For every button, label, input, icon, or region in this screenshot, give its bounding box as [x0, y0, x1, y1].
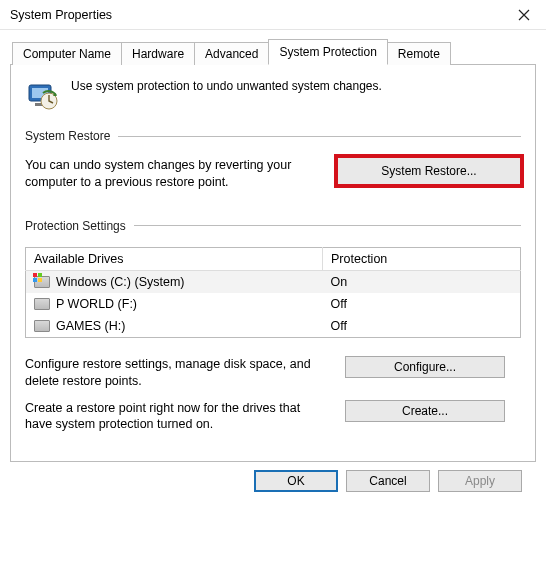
drive-name: Windows (C:) (System) [26, 270, 323, 293]
cancel-button[interactable]: Cancel [346, 470, 430, 492]
drive-status: Off [323, 293, 521, 315]
drive-name: GAMES (H:) [26, 315, 323, 338]
divider [118, 136, 521, 137]
tab-panel: Use system protection to undo unwanted s… [10, 65, 536, 462]
drive-icon [34, 320, 50, 332]
drive-status: On [323, 270, 521, 293]
create-description: Create a restore point right now for the… [25, 400, 325, 434]
configure-button[interactable]: Configure... [345, 356, 505, 378]
section-protection-settings: Protection Settings [25, 219, 126, 233]
divider [134, 225, 521, 226]
system-restore-description: You can undo system changes by reverting… [25, 157, 317, 191]
drive-icon [34, 298, 50, 310]
configure-description: Configure restore settings, manage disk … [25, 356, 325, 390]
tab-strip: Computer Name Hardware Advanced System P… [10, 38, 536, 65]
system-protection-icon [25, 79, 59, 113]
ok-button[interactable]: OK [254, 470, 338, 492]
tab-computer-name[interactable]: Computer Name [12, 42, 122, 65]
drive-name: P WORLD (F:) [26, 293, 323, 315]
windows-drive-icon [34, 276, 50, 288]
table-row[interactable]: Windows (C:) (System)On [26, 270, 521, 293]
window-title: System Properties [10, 8, 112, 22]
drive-status: Off [323, 315, 521, 338]
close-icon[interactable] [502, 0, 546, 30]
tab-hardware[interactable]: Hardware [121, 42, 195, 65]
col-available-drives[interactable]: Available Drives [26, 247, 323, 270]
tab-advanced[interactable]: Advanced [194, 42, 269, 65]
create-button[interactable]: Create... [345, 400, 505, 422]
system-restore-button[interactable]: System Restore... [337, 157, 521, 185]
section-system-restore: System Restore [25, 129, 110, 143]
apply-button[interactable]: Apply [438, 470, 522, 492]
tab-system-protection[interactable]: System Protection [268, 39, 387, 65]
table-row[interactable]: P WORLD (F:)Off [26, 293, 521, 315]
table-row[interactable]: GAMES (H:)Off [26, 315, 521, 338]
drives-table[interactable]: Available Drives Protection Windows (C:)… [25, 247, 521, 338]
tab-remote[interactable]: Remote [387, 42, 451, 65]
col-protection[interactable]: Protection [323, 247, 521, 270]
intro-text: Use system protection to undo unwanted s… [71, 79, 382, 93]
